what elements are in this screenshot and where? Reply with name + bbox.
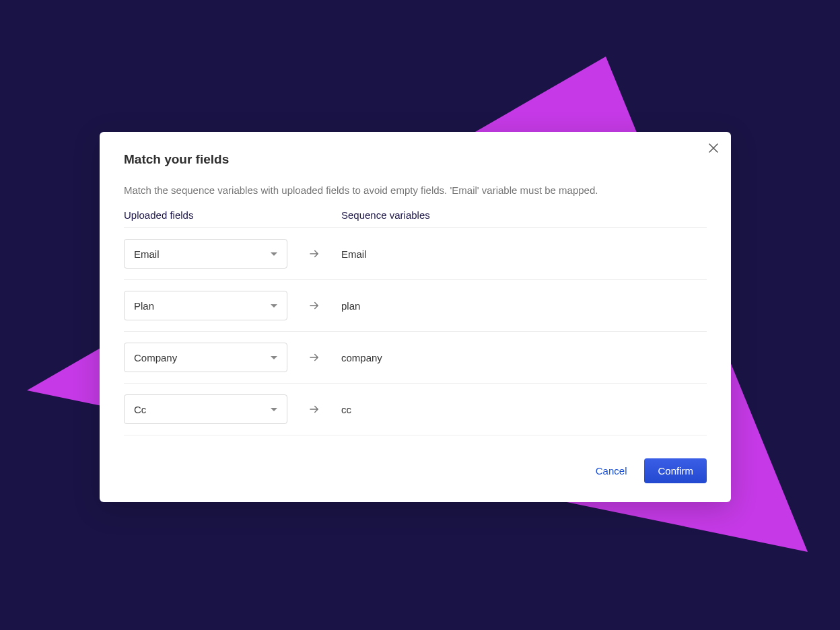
mapping-row: Plan plan bbox=[124, 280, 707, 332]
uploaded-field-select-email[interactable]: Email bbox=[124, 239, 287, 269]
caret-down-icon bbox=[271, 408, 277, 411]
caret-down-icon bbox=[271, 356, 277, 359]
confirm-button[interactable]: Confirm bbox=[644, 458, 707, 483]
select-value: Plan bbox=[134, 300, 154, 312]
uploaded-field-select-cc[interactable]: Cc bbox=[124, 394, 287, 424]
select-value: Company bbox=[134, 352, 177, 363]
close-icon bbox=[709, 143, 718, 153]
uploaded-field-select-plan[interactable]: Plan bbox=[124, 291, 287, 320]
mapping-row: Email Email bbox=[124, 228, 707, 280]
modal-footer: Cancel Confirm bbox=[124, 458, 707, 483]
mapping-row: Cc cc bbox=[124, 384, 707, 435]
sequence-variable-value: Email bbox=[341, 248, 367, 260]
modal-subtitle: Match the sequence variables with upload… bbox=[124, 183, 707, 197]
sequence-variables-header: Sequence variables bbox=[341, 209, 430, 221]
uploaded-field-select-company[interactable]: Company bbox=[124, 343, 287, 372]
arrow-right-icon bbox=[308, 248, 320, 260]
arrow-cell bbox=[287, 351, 341, 363]
arrow-right-icon bbox=[308, 300, 320, 312]
sequence-variable-value: cc bbox=[341, 404, 351, 415]
uploaded-fields-header: Uploaded fields bbox=[124, 209, 341, 221]
arrow-cell bbox=[287, 403, 341, 415]
close-button[interactable] bbox=[707, 141, 720, 155]
mapping-row: Company company bbox=[124, 332, 707, 384]
sequence-variable-value: plan bbox=[341, 300, 360, 312]
caret-down-icon bbox=[271, 252, 277, 256]
arrow-cell bbox=[287, 300, 341, 312]
modal-title: Match your fields bbox=[124, 152, 707, 167]
columns-header: Uploaded fields Sequence variables bbox=[124, 209, 707, 228]
caret-down-icon bbox=[271, 304, 277, 308]
arrow-right-icon bbox=[308, 403, 320, 415]
select-value: Email bbox=[134, 248, 160, 260]
cancel-button[interactable]: Cancel bbox=[596, 465, 627, 477]
arrow-cell bbox=[287, 248, 341, 260]
match-fields-modal: Match your fields Match the sequence var… bbox=[100, 132, 731, 502]
select-value: Cc bbox=[134, 404, 146, 415]
arrow-right-icon bbox=[308, 351, 320, 363]
sequence-variable-value: company bbox=[341, 352, 382, 363]
